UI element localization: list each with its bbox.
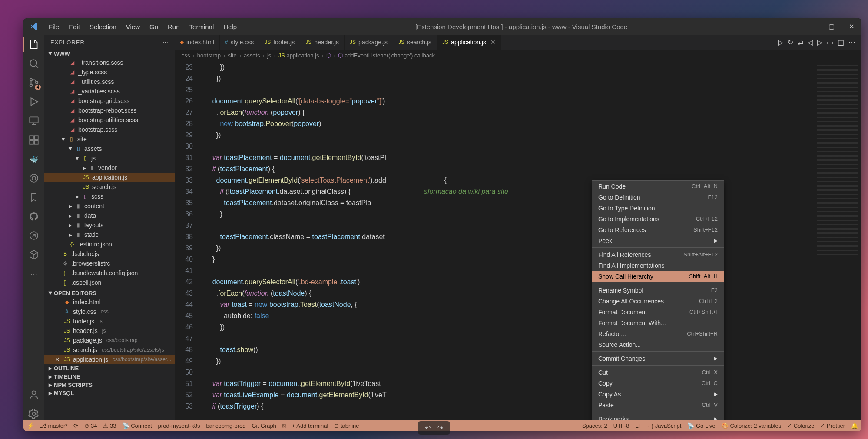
run-icon[interactable]: ▷ [778, 38, 783, 47]
panel-header[interactable]: ▶TIMELINE [44, 372, 175, 381]
extensions-icon[interactable] [28, 134, 40, 146]
source-control-icon[interactable]: 4 [28, 76, 40, 89]
remote-explorer-icon[interactable] [28, 115, 40, 127]
nav-back-icon[interactable]: ◁ [808, 38, 813, 47]
open-editors-header[interactable]: ▶OPEN EDITORS [44, 289, 175, 297]
status-item[interactable]: Spaces: 2 [582, 422, 607, 429]
context-menu-item[interactable]: Go to Type Definition [592, 203, 724, 213]
status-item[interactable]: Git Graph [252, 422, 276, 429]
status-item[interactable]: ✓ Prettier [820, 422, 845, 429]
context-menu-item[interactable]: Run CodeCtrl+Alt+N [592, 181, 724, 192]
close-button[interactable]: ✕ [841, 18, 861, 35]
breadcrumb-segment[interactable]: assets [244, 52, 260, 59]
docker-icon[interactable]: 🐳 [28, 153, 40, 165]
editor-tab[interactable]: JSpackage.js [345, 35, 393, 50]
tree-item[interactable]: ◢_type.scss [44, 67, 175, 77]
menu-view[interactable]: View [122, 21, 144, 32]
toggle-panel-icon[interactable]: ▭ [827, 38, 833, 47]
editor-tab[interactable]: JSfooter.js [259, 35, 300, 50]
context-menu-item[interactable]: Go to ImplementationsCtrl+F12 [592, 213, 724, 224]
panel-header[interactable]: ▶MYSQL [44, 389, 175, 397]
run-debug-icon[interactable] [28, 96, 40, 108]
tree-item[interactable]: ▶▮static [44, 230, 175, 239]
panel-header[interactable]: ▶OUTLINE [44, 364, 175, 372]
tree-item[interactable]: ▶▯js [44, 153, 175, 163]
tree-root[interactable]: ▶WWW [44, 50, 175, 58]
context-menu-item[interactable]: Copy As▶ [592, 389, 724, 399]
menu-run[interactable]: Run [163, 21, 184, 32]
editor-tab[interactable]: JSapplication.js✕ [437, 35, 501, 50]
context-menu-item[interactable]: Format Document With... [592, 317, 724, 328]
status-item[interactable]: UTF-8 [613, 422, 629, 429]
tree-item[interactable]: ▶▯scss [44, 192, 175, 201]
editor-tab[interactable]: JSheader.js [300, 35, 345, 50]
tree-item[interactable]: ⚙.browserslistrc [44, 259, 175, 268]
debug-restart-icon[interactable]: ↻ [788, 38, 793, 47]
tree-item[interactable]: JSapplication.js [44, 173, 175, 182]
live-share-icon[interactable] [28, 229, 40, 242]
context-menu-item[interactable]: Refactor...Ctrl+Shift+R [592, 328, 724, 339]
context-menu-item[interactable]: CutCtrl+X [592, 367, 724, 378]
context-menu-item[interactable]: PasteCtrl+V [592, 399, 724, 410]
tree-item[interactable]: ◢bootstrap-grid.scss [44, 96, 175, 106]
breadcrumb-segment[interactable]: ⬡ [326, 52, 331, 59]
code-editor[interactable]: 2324252627282930313233343536373839404142… [175, 61, 861, 420]
status-item[interactable]: ⚠ 33 [103, 422, 116, 429]
account-icon[interactable] [28, 389, 40, 401]
status-item[interactable]: ⟳ [73, 422, 78, 429]
open-editor-item[interactable]: JSheader.jsjs [44, 326, 175, 336]
menu-edit[interactable]: Edit [64, 21, 84, 32]
split-icon[interactable]: ◫ [838, 38, 844, 47]
minimap[interactable] [814, 61, 861, 420]
sidebar-more-icon[interactable]: ⋯ [162, 39, 169, 46]
status-item[interactable]: ⎘ [282, 422, 286, 429]
tree-item[interactable]: ◢_transitions.scss [44, 58, 175, 67]
breadcrumb-segment[interactable]: site [228, 52, 236, 59]
context-menu-item[interactable]: CopyCtrl+C [592, 378, 724, 389]
context-menu-item[interactable]: Source Action... [592, 339, 724, 350]
breadcrumb-segment[interactable]: ⬡ addEventListener('change') callback [338, 52, 435, 59]
context-menu-item[interactable]: Find All ReferencesShift+Alt+F12 [592, 249, 724, 260]
menu-terminal[interactable]: Terminal [185, 21, 219, 32]
open-editor-item[interactable]: JSsearch.jscss/bootstrap/site/assets/js [44, 345, 175, 355]
tree-item[interactable]: JSsearch.js [44, 182, 175, 192]
context-menu-item[interactable]: Show Call HierarchyShift+Alt+H [592, 271, 724, 282]
context-menu-item[interactable]: Format DocumentCtrl+Shift+I [592, 306, 724, 317]
tree-item[interactable]: ▶▮vendor [44, 163, 175, 173]
target-icon[interactable] [28, 172, 40, 184]
tree-item[interactable]: ◢bootstrap.scss [44, 125, 175, 134]
settings-icon[interactable] [28, 408, 40, 420]
editor-tab[interactable]: JSsearch.js [393, 35, 437, 50]
open-editor-item[interactable]: ◆index.html [44, 297, 175, 307]
explorer-icon[interactable] [28, 38, 40, 50]
more-actions-icon[interactable]: ⋯ [848, 38, 855, 47]
tree-item[interactable]: ▶▮layouts [44, 220, 175, 230]
status-item[interactable]: ⊘ 34 [84, 422, 97, 429]
context-menu-item[interactable]: Go to ReferencesShift+F12 [592, 224, 724, 235]
context-menu-item[interactable]: Go to DefinitionF12 [592, 192, 724, 203]
status-item[interactable]: + Add terminal [292, 422, 328, 429]
nav-fwd-icon[interactable]: ▷ [817, 38, 822, 47]
search-icon[interactable] [28, 57, 40, 70]
more-icon[interactable]: ⋯ [28, 268, 40, 280]
editor-tab[interactable]: ◆index.html [175, 35, 220, 50]
tree-item[interactable]: ◢bootstrap-reboot.scss [44, 106, 175, 115]
tree-item[interactable]: ◢_variables.scss [44, 86, 175, 96]
status-item[interactable]: ⊙ tabnine [334, 422, 359, 429]
tree-item[interactable]: {}.bundlewatch.config.json [44, 268, 175, 278]
tree-item[interactable]: {}.eslintrc.json [44, 239, 175, 249]
breadcrumb[interactable]: css›bootstrap›site›assets›js›JS applicat… [175, 50, 861, 61]
bookmark-icon[interactable] [28, 191, 40, 203]
breadcrumb-segment[interactable]: JS application.js [278, 52, 319, 59]
github-icon[interactable] [28, 210, 40, 223]
tree-item[interactable]: ▶▯assets [44, 144, 175, 153]
open-editor-item[interactable]: #style.csscss [44, 307, 175, 316]
open-editor-item[interactable]: JSfooter.jsjs [44, 316, 175, 326]
panel-header[interactable]: ▶NPM SCRIPTS [44, 381, 175, 389]
status-item[interactable]: 🎨 Colorize: 2 variables [722, 422, 781, 429]
status-item[interactable]: LF [636, 422, 642, 429]
menu-file[interactable]: File [44, 21, 63, 32]
editor-tab[interactable]: #style.css [220, 35, 259, 50]
tab-close-icon[interactable]: ✕ [490, 39, 496, 46]
status-item[interactable]: ✓ Colorize [787, 422, 814, 429]
